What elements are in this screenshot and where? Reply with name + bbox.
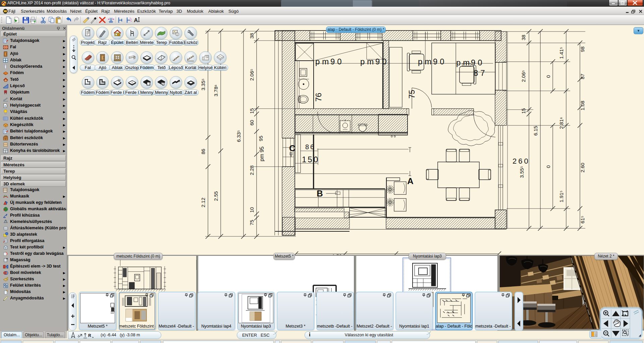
svg-text:86: 86 xyxy=(200,149,206,155)
svg-text:15: 15 xyxy=(249,108,255,114)
svg-text:76: 76 xyxy=(314,93,323,102)
svg-text:C: C xyxy=(289,143,296,153)
svg-text:0: 0 xyxy=(545,165,551,168)
svg-text:3.35⁵: 3.35⁵ xyxy=(200,78,206,90)
svg-text:260: 260 xyxy=(513,157,530,165)
svg-text:2.06⁵: 2.06⁵ xyxy=(249,69,255,80)
svg-text:90: 90 xyxy=(330,57,344,66)
svg-text:15: 15 xyxy=(521,108,526,114)
svg-text:3m: 3m xyxy=(146,32,149,35)
svg-text:60: 60 xyxy=(249,120,255,126)
svg-text:A: A xyxy=(407,176,414,186)
svg-text:10: 10 xyxy=(249,207,255,213)
svg-text:2.06⁵: 2.06⁵ xyxy=(521,70,526,82)
svg-text:1.41⁵: 1.41⁵ xyxy=(558,47,564,59)
svg-text:1.91⁵: 1.91⁵ xyxy=(558,190,564,202)
svg-text:90: 90 xyxy=(375,57,389,66)
svg-text:38: 38 xyxy=(521,35,526,41)
svg-text:86: 86 xyxy=(305,143,315,151)
svg-text:1.08: 1.08 xyxy=(580,101,585,110)
svg-text:2.28: 2.28 xyxy=(249,165,255,175)
svg-text:2.60: 2.60 xyxy=(580,163,585,172)
svg-text:pm: pm xyxy=(360,57,376,66)
svg-text:98: 98 xyxy=(580,47,585,52)
svg-text:2: 2 xyxy=(4,105,6,108)
svg-text:6.15: 6.15 xyxy=(533,126,538,135)
svg-text:2.81⁶: 2.81⁶ xyxy=(558,117,564,129)
svg-text:pm: pm xyxy=(418,57,434,66)
svg-text:A: A xyxy=(134,17,138,23)
svg-text:90: 90 xyxy=(433,57,447,66)
svg-text:B: B xyxy=(317,188,323,198)
svg-text:pm: pm xyxy=(456,58,472,67)
svg-text:3.78⁶: 3.78⁶ xyxy=(213,84,219,96)
svg-text:87: 87 xyxy=(474,68,487,77)
svg-text:75: 75 xyxy=(249,220,255,226)
svg-text:0: 0 xyxy=(545,75,551,78)
svg-text:87: 87 xyxy=(580,74,585,79)
svg-text:1: 1 xyxy=(207,56,208,58)
svg-text:R: R xyxy=(88,333,91,338)
svg-text:90: 90 xyxy=(471,58,485,67)
svg-text:75: 75 xyxy=(407,90,416,99)
svg-text:pm 95: pm 95 xyxy=(259,147,265,162)
svg-text:2: 2 xyxy=(204,58,205,60)
svg-text:3.55⁵: 3.55⁵ xyxy=(519,166,525,178)
svg-text:38: 38 xyxy=(249,33,255,39)
svg-text:pm: pm xyxy=(315,57,331,66)
svg-text:6.33⁵: 6.33⁵ xyxy=(236,130,241,142)
svg-text:2.55: 2.55 xyxy=(213,191,219,201)
svg-text:3p: 3p xyxy=(118,79,120,81)
svg-text:95: 95 xyxy=(258,136,264,141)
svg-text:2.12: 2.12 xyxy=(200,197,206,207)
svg-text:150: 150 xyxy=(302,155,319,164)
svg-text:61⁵: 61⁵ xyxy=(580,216,585,224)
